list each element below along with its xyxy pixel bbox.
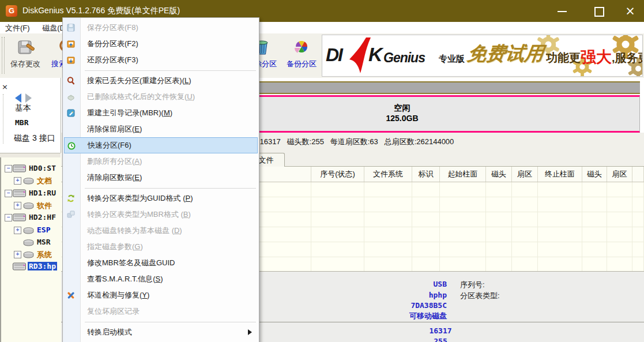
table-cell [632, 197, 644, 212]
partition-icon [23, 201, 34, 212]
table-cell [632, 242, 644, 257]
menu-item[interactable]: 重建主引导记录(MBR)(M) [64, 105, 258, 121]
menu-item-label: 动态磁盘转换为基本磁盘 (D) [87, 223, 182, 239]
column-header[interactable]: 扇区 [512, 167, 538, 182]
close-button[interactable]: × [617, 0, 643, 22]
drive-icon [13, 164, 27, 175]
save-changes-button[interactable]: 保存更改 [5, 36, 46, 75]
panel-close-icon[interactable]: × [2, 84, 8, 91]
table-cell [364, 197, 412, 212]
column-header[interactable]: 起始柱面 [440, 167, 486, 182]
column-header[interactable]: 磁头 [582, 167, 607, 182]
table-cell [412, 227, 440, 242]
mbr2-icon [66, 210, 76, 219]
tree-item-label: 软件 [36, 201, 53, 211]
table-cell [582, 182, 607, 197]
table-cell [607, 197, 632, 212]
tree-expand-icon[interactable]: + [14, 202, 21, 209]
menu-item[interactable]: 还原分区表(F3) [64, 52, 258, 68]
table-cell [486, 227, 512, 242]
tree-collapse-icon[interactable]: − [5, 190, 12, 197]
menu-item-label: 修改MBR签名及磁盘GUID [87, 255, 175, 271]
table-cell [512, 212, 538, 227]
disk-type-value: 基本 [15, 103, 31, 114]
table-cell [607, 212, 632, 227]
menu-item[interactable]: 搜索已丢失分区(重建分区表)(L) [64, 73, 258, 89]
menu-item[interactable]: 转换启动模式 [64, 324, 258, 340]
partition-icon [23, 250, 34, 261]
tree-item-HD1:RU[interactable]: −HD1:RU [1, 187, 61, 199]
menu-item: 动态磁盘转换为基本磁盘 (D) [64, 223, 258, 239]
tree-item-ESP[interactable]: +ESP [1, 224, 61, 236]
menu-item: 复位坏扇区记录 [64, 303, 258, 320]
table-cell [311, 257, 364, 272]
tree-item-软件[interactable]: +软件 [1, 200, 61, 211]
tree-expand-icon[interactable]: + [14, 227, 21, 234]
recover-icon [66, 92, 76, 102]
tree-item-文档[interactable]: +文档 [1, 175, 61, 186]
tree-item-系统[interactable]: +系统 [1, 249, 61, 260]
tree-expand-icon[interactable]: + [14, 251, 21, 258]
drive-icon [13, 262, 27, 273]
menu-item: 删除所有分区(A) [64, 153, 258, 170]
menu-item[interactable]: 坏道检测与修复(Y) [64, 287, 258, 303]
banner-slogan-2: ,服务更 [612, 50, 643, 66]
nav-forward-icon[interactable] [25, 93, 32, 103]
banner-slogan-1: 功能更 [546, 50, 581, 66]
column-header[interactable]: 扇区 [607, 167, 632, 182]
menu-item[interactable]: 转换分区表类型为GUID格式 (P) [64, 190, 258, 206]
nav-back-icon[interactable] [15, 93, 21, 103]
menu-item-label: 搜索已丢失分区(重建分区表)(L) [87, 73, 191, 89]
maximize-button[interactable] [585, 0, 612, 22]
menu-file[interactable]: 文件(F) [0, 22, 35, 33]
column-header[interactable]: 序号(状态) [311, 167, 364, 182]
table-cell [632, 212, 644, 227]
menu-item: 保存分区表(F8) [64, 20, 258, 36]
table-cell [440, 212, 486, 227]
column-header[interactable]: 磁头 [486, 167, 512, 182]
panel-grip[interactable] [3, 94, 5, 144]
table-cell [412, 212, 440, 227]
menu-item[interactable]: 清除扇区数据(E) [64, 170, 258, 186]
tree-expand-icon[interactable]: + [14, 177, 21, 185]
backup-partition-label: 备份分区 [284, 59, 319, 69]
menu-item-label: 转换分区表类型为MBR格式 (B) [87, 206, 191, 223]
table-cell [607, 257, 632, 272]
table-cell [582, 257, 607, 272]
tree-item-RD3:hp[interactable]: RD3:hp [1, 261, 61, 272]
backup-partition-icon [292, 38, 311, 57]
table-cell [582, 242, 607, 257]
table-cell [632, 227, 644, 242]
minimize-button[interactable] [549, 0, 575, 22]
partition-icon [23, 176, 34, 187]
banner-brand-genius: Genius [383, 50, 425, 66]
table-cell [538, 197, 582, 212]
menu-separator [63, 68, 259, 73]
tree-collapse-icon[interactable]: − [5, 214, 12, 221]
tree-item-HD2:HF[interactable]: −HD2:HF [1, 212, 61, 223]
banner-brand-k: K [368, 43, 383, 66]
tree-collapse-icon[interactable]: − [5, 165, 12, 172]
column-header[interactable]: 标识 [412, 167, 440, 182]
heads-value: 255 [383, 337, 498, 342]
menu-item[interactable]: 修改MBR签名及磁盘GUID [64, 255, 258, 271]
column-header[interactable]: 文件系统 [364, 167, 412, 182]
table-cell [538, 182, 582, 197]
promo-banner[interactable]: DI K Genius 专业版 免费试用 功能更 强大 ,服务更 [322, 35, 643, 77]
table-cell [364, 227, 412, 242]
menu-item[interactable]: 清除保留扇区(E) [64, 121, 258, 137]
menu-item-label: 清除保留扇区(E) [87, 121, 142, 137]
menu-item[interactable]: 快速分区(F6) [64, 137, 258, 153]
tree-item-MSR[interactable]: MSR [1, 236, 61, 248]
disk-interface-value: 磁盘 3 接口 [14, 133, 55, 144]
backup-partition-button[interactable]: 备份分区 [284, 36, 319, 75]
table-cell [486, 257, 512, 272]
table-cell [582, 197, 607, 212]
menu-item[interactable]: 查看S.M.A.R.T.信息(S) [64, 271, 258, 287]
table-cell [486, 212, 512, 227]
table-cell [412, 242, 440, 257]
table-cell [412, 197, 440, 212]
menu-item[interactable]: 备份分区表(F2) [64, 36, 258, 52]
column-header[interactable]: 终止柱面 [538, 167, 582, 182]
tree-item-HD0:ST[interactable]: −HD0:ST [1, 163, 61, 174]
